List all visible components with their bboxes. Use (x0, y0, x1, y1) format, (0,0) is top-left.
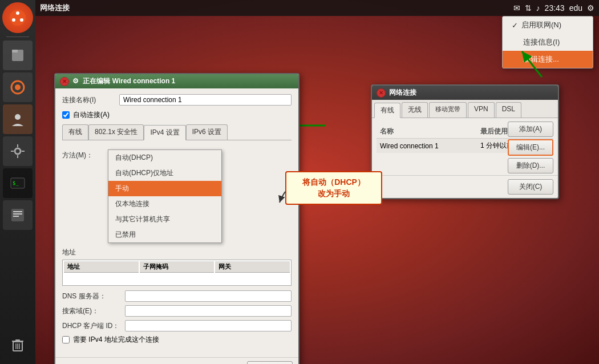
net-connections-titlebar: ✕ 网络连接 (372, 86, 558, 100)
svg-point-9 (15, 148, 21, 154)
inner-tab-wired[interactable]: 有线 (62, 124, 88, 140)
svg-rect-16 (11, 209, 24, 221)
dhcp-label: DHCP 客户端 ID： (62, 321, 125, 331)
method-option-manual[interactable]: 手动 (108, 181, 221, 196)
check-icon: ✓ (512, 21, 518, 30)
tab-wireless[interactable]: 无线 (402, 102, 428, 118)
ipv4-required-checkbox[interactable] (62, 336, 70, 343)
net-connections-content: 有线 无线 移动宽带 VPN DSL 名称 最后使用的 ▲ W (372, 100, 558, 198)
address-input[interactable] (67, 276, 135, 282)
method-option-dhcp-addr[interactable]: 自动(DHCP)仅地址 (108, 165, 221, 181)
ubuntu-icon[interactable] (2, 2, 33, 33)
tab-vpn[interactable]: VPN (468, 102, 495, 118)
svg-rect-22 (15, 339, 20, 341)
tab-dsl[interactable]: DSL (496, 102, 521, 118)
delete-button[interactable]: 删除(D)... (508, 158, 553, 173)
dns-label: DNS 服务器： (62, 292, 125, 301)
net-connections-title: 网络连接 (389, 88, 553, 98)
menu-item-edit-connections[interactable]: 编辑连接... (503, 51, 593, 68)
terminal-icon[interactable]: $_ (3, 168, 33, 198)
col-name: 名称 (377, 125, 477, 139)
dns-input[interactable] (125, 290, 292, 302)
inner-tab-ipv6[interactable]: IPv6 设置 (186, 124, 228, 140)
menu-item-connection-info[interactable]: 连接信息(I) (503, 34, 593, 51)
files2-icon[interactable] (3, 200, 33, 230)
method-dropdown-menu: 自动(DHCP) 自动(DHCP)仅地址 手动 仅本地连接 与其它计算机共享 已… (108, 149, 222, 243)
net-connections-footer: 关闭(C) (372, 175, 558, 198)
svg-point-7 (15, 84, 21, 90)
svg-point-1 (16, 11, 19, 15)
mask-cell[interactable] (140, 274, 214, 284)
user-icon[interactable] (3, 104, 33, 134)
annotation-text: 将自动（DHCP）改为手动 (302, 177, 365, 198)
addr-col-mask: 子网掩码 (140, 261, 214, 273)
trash-icon[interactable] (3, 330, 33, 359)
title-gear-icon: ⚙ (72, 77, 79, 85)
tab-mobile[interactable]: 移动宽带 (429, 102, 467, 118)
inner-tab-ipv4[interactable]: IPv4 设置 (144, 125, 185, 140)
method-option-share[interactable]: 与其它计算机共享 (108, 212, 221, 227)
edit-connection-footer: 路由(R)... (55, 357, 298, 364)
auto-connect-label: 自动连接(A) (73, 110, 110, 120)
ipv4-required-label: 需要 IPv4 地址完成这个连接 (73, 335, 159, 345)
edit-connection-title: ⚙ 正在编辑 Wired connection 1 (72, 76, 294, 86)
address-table: 地址 子网掩码 网关 (62, 260, 292, 286)
svg-rect-19 (13, 216, 19, 217)
edit-connection-titlebar: ✕ ⚙ 正在编辑 Wired connection 1 (55, 74, 298, 88)
svg-point-8 (15, 114, 21, 120)
address-row[interactable] (64, 274, 290, 284)
auto-connect-row: 自动连接(A) (62, 110, 292, 120)
method-option-local[interactable]: 仅本地连接 (108, 196, 221, 212)
connection-name-cell: Wired connection 1 (377, 139, 477, 153)
separator-1 (6, 37, 29, 37)
inner-tab-8021x[interactable]: 802.1x 安全性 (88, 124, 144, 140)
network-icon[interactable]: ⇅ (525, 3, 532, 13)
dns-row: DNS 服务器： (62, 290, 292, 302)
svg-text:$_: $_ (13, 180, 19, 186)
panel-right: ✉ ⇅ ♪ 23:43 edu ⚙ (513, 3, 594, 13)
email-icon[interactable]: ✉ (513, 3, 520, 13)
mask-input[interactable] (143, 276, 211, 282)
gateway-input[interactable] (218, 276, 286, 282)
method-option-disabled[interactable]: 已禁用 (108, 227, 221, 242)
svg-rect-11 (17, 155, 18, 158)
time-display: 23:43 (545, 3, 565, 13)
net-connections-close[interactable]: ✕ (377, 88, 386, 98)
net-connections-dialog: ✕ 网络连接 有线 无线 移动宽带 VPN DSL 名称 最后使用的 ▲ (371, 84, 559, 199)
desktop: 网络连接 ✉ ⇅ ♪ 23:43 edu ⚙ (0, 0, 599, 364)
browser-icon[interactable] (3, 72, 33, 102)
annotation-box: 将自动（DHCP）改为手动 (285, 171, 382, 205)
addr-col-gateway: 网关 (215, 261, 290, 273)
method-option-dhcp[interactable]: 自动(DHCP) (108, 150, 221, 165)
auto-connect-checkbox[interactable] (62, 111, 70, 119)
route-button[interactable]: 路由(R)... (247, 361, 293, 364)
edit-connection-dialog: ✕ ⚙ 正在编辑 Wired connection 1 连接名称(I) 自动连接… (54, 73, 300, 364)
gateway-cell[interactable] (215, 274, 290, 284)
edit-button[interactable]: 编辑(E)... (508, 139, 553, 156)
address-cell[interactable] (64, 274, 139, 284)
settings-app-icon[interactable] (3, 136, 33, 166)
connection-name-input[interactable] (119, 94, 292, 106)
dhcp-input[interactable] (125, 320, 292, 331)
top-panel: 网络连接 ✉ ⇅ ♪ 23:43 edu ⚙ (35, 0, 599, 16)
settings-icon[interactable]: ⚙ (587, 3, 594, 13)
method-dropdown: 自动(DHCP) 自动(DHCP)仅地址 手动 仅本地连接 与其它计算机共享 已… (108, 149, 292, 243)
method-label: 方法(M)： (62, 149, 108, 160)
svg-rect-17 (13, 211, 22, 212)
files-icon[interactable] (3, 41, 33, 70)
edit-connection-close[interactable]: ✕ (60, 77, 69, 86)
tab-wired[interactable]: 有线 (374, 103, 400, 118)
edit-connections-label: 编辑连接... (523, 54, 559, 64)
svg-rect-18 (13, 213, 22, 215)
close-button[interactable]: 关闭(C) (508, 179, 553, 195)
net-connections-buttons: 添加(A) 编辑(E)... 删除(D)... (508, 122, 553, 173)
search-input[interactable] (125, 305, 292, 317)
menu-item-enable-network[interactable]: ✓ 启用联网(N) (503, 17, 593, 34)
add-button[interactable]: 添加(A) (508, 122, 553, 137)
ipv4-checkbox-row: 需要 IPv4 地址完成这个连接 (62, 335, 292, 345)
connection-name-label: 连接名称(I) (62, 95, 119, 105)
volume-icon[interactable]: ♪ (536, 3, 540, 13)
addr-col-address: 地址 (64, 261, 139, 273)
net-connections-tabs: 有线 无线 移动宽带 VPN DSL (372, 100, 558, 118)
enable-network-label: 启用联网(N) (521, 20, 561, 30)
